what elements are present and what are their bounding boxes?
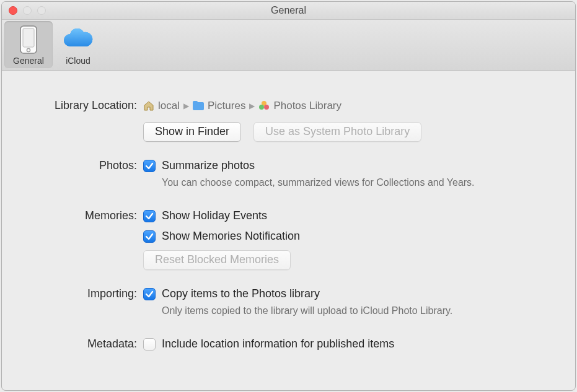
- preferences-window: General General: [1, 1, 576, 391]
- minimize-window-button[interactable]: [23, 6, 32, 15]
- toolbar-tab-general[interactable]: General: [4, 21, 53, 68]
- photos-library-icon: [258, 100, 270, 111]
- breadcrumb-segment: Photos Library: [273, 100, 341, 112]
- library-location-path: local ▶ Pictures ▶ Photos Librar: [143, 99, 557, 112]
- toolbar-tab-label: iCloud: [54, 56, 102, 68]
- icloud-icon: [54, 24, 102, 56]
- show-holiday-events-checkbox[interactable]: [143, 210, 156, 222]
- svg-point-6: [259, 105, 264, 110]
- preferences-toolbar: General iCloud: [2, 20, 575, 71]
- show-memories-notification-checkbox[interactable]: [143, 230, 156, 243]
- breadcrumb-segment: Pictures: [208, 100, 245, 112]
- photos-section: Photos: Summarize photos You can choose …: [20, 159, 557, 192]
- pictures-folder-icon: [193, 100, 204, 111]
- library-location-section: Library Location: local ▶ Pictures ▶: [20, 99, 557, 142]
- svg-point-7: [264, 105, 269, 110]
- copy-to-library-help: Only items copied to the library will up…: [162, 305, 557, 316]
- show-memories-notification-label: Show Memories Notification: [162, 230, 300, 243]
- copy-to-library-checkbox[interactable]: [143, 288, 156, 300]
- memories-section: Memories: Show Holiday Events Show Memor…: [20, 209, 557, 270]
- home-folder-icon: [143, 100, 154, 111]
- svg-rect-4: [193, 101, 198, 104]
- window-controls: [2, 6, 46, 15]
- include-location-checkbox[interactable]: [143, 338, 156, 351]
- toolbar-tab-icloud[interactable]: iCloud: [54, 21, 102, 68]
- use-as-system-library-button[interactable]: Use as System Photo Library: [253, 122, 421, 142]
- close-window-button[interactable]: [9, 6, 17, 15]
- photos-label: Photos:: [20, 159, 143, 172]
- show-in-finder-button[interactable]: Show in Finder: [143, 122, 241, 142]
- chevron-right-icon: ▶: [249, 102, 255, 110]
- general-icon: [4, 24, 53, 56]
- metadata-label: Metadata:: [20, 338, 143, 351]
- copy-to-library-label: Copy items to the Photos library: [162, 287, 320, 300]
- library-location-label: Library Location:: [20, 99, 143, 112]
- svg-rect-1: [23, 28, 34, 47]
- toolbar-tab-label: General: [4, 56, 53, 68]
- summarize-photos-help: You can choose compact, summarized views…: [162, 177, 557, 188]
- content-area: Library Location: local ▶ Pictures ▶: [2, 71, 575, 367]
- importing-label: Importing:: [20, 287, 143, 300]
- summarize-photos-label: Summarize photos: [162, 159, 255, 172]
- show-holiday-events-label: Show Holiday Events: [162, 209, 267, 222]
- breadcrumb-segment: local: [158, 100, 180, 112]
- reset-blocked-memories-button[interactable]: Reset Blocked Memories: [143, 250, 291, 270]
- titlebar: General: [2, 2, 575, 20]
- memories-label: Memories:: [20, 209, 143, 222]
- zoom-window-button[interactable]: [37, 6, 46, 15]
- metadata-section: Metadata: Include location information f…: [20, 338, 557, 351]
- importing-section: Importing: Copy items to the Photos libr…: [20, 287, 557, 320]
- chevron-right-icon: ▶: [183, 102, 189, 110]
- summarize-photos-checkbox[interactable]: [143, 160, 156, 172]
- include-location-label: Include location information for publish…: [162, 338, 394, 351]
- window-title: General: [2, 5, 575, 16]
